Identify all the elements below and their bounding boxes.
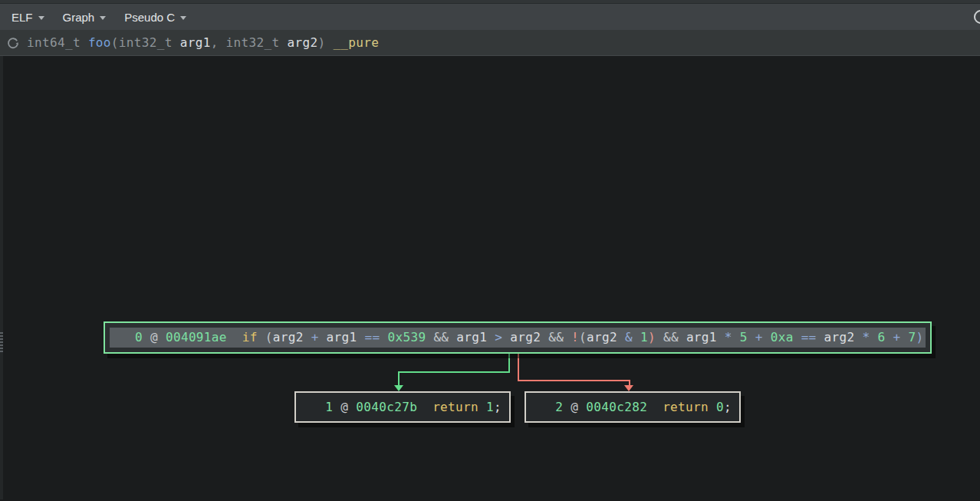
basic-block-2-return-0[interactable]: 2 @ 0040c282 return 0;	[525, 391, 741, 423]
menu-view-layout[interactable]: Graph	[59, 4, 110, 30]
code-token: (	[265, 330, 273, 344]
code-token: 5	[740, 330, 748, 344]
code-token: &&	[426, 330, 456, 344]
code-token: +	[885, 330, 908, 344]
code-token: arg1	[327, 330, 357, 344]
menu-file-format[interactable]: ELF	[8, 4, 48, 30]
chevron-down-icon	[38, 16, 44, 20]
code-token: if	[242, 330, 265, 344]
code-token: return	[663, 400, 716, 414]
code-token: ;	[724, 400, 732, 414]
code-token: ;	[494, 400, 502, 414]
code-token: arg2	[273, 330, 304, 344]
code-token: int32_t	[119, 35, 180, 50]
reanalyze-icon[interactable]	[6, 36, 20, 50]
code-token: 0	[716, 400, 724, 414]
menu-view-layout-label: Graph	[63, 11, 95, 24]
chevron-down-icon	[100, 16, 106, 20]
basic-block-1-return-1[interactable]: 1 @ 0040c27b return 1;	[294, 391, 511, 423]
menu-file-format-label: ELF	[12, 11, 33, 24]
code-token: +	[748, 330, 771, 344]
search-icon[interactable]	[974, 10, 980, 24]
code-token: ==	[794, 330, 824, 344]
edge-true-segment	[398, 371, 510, 373]
selected-code-line[interactable]: 0 @ 004091ae if (arg2 + arg1 == 0x539 &&…	[110, 328, 926, 348]
code-token: 7	[908, 330, 916, 344]
code-line[interactable]: 1 @ 0040c27b return 1;	[296, 393, 509, 421]
code-token: return	[432, 400, 486, 414]
code-token: 0040c282	[586, 400, 647, 414]
menu-il-level-label: Pseudo C	[124, 11, 175, 24]
splitter-grip-icon	[0, 332, 3, 354]
code-token: 2	[555, 400, 563, 414]
code-token: int64_t	[27, 35, 88, 50]
code-token: )	[916, 330, 923, 344]
code-token: +	[304, 330, 327, 344]
code-token: 0xa	[771, 330, 794, 344]
edge-true-segment	[508, 354, 510, 373]
code-token: 1	[325, 400, 333, 414]
code-token: ==	[357, 330, 388, 344]
function-signature-bar: int64_t foo(int32_t arg1, int32_t arg2) …	[0, 30, 980, 56]
code-token	[227, 330, 242, 344]
code-token: 1	[486, 400, 494, 414]
code-token: 0040c27b	[356, 400, 417, 414]
code-token: (	[111, 35, 119, 50]
code-token: *	[855, 330, 878, 344]
edge-false-arrowhead-icon	[624, 385, 633, 391]
code-token: ,	[211, 35, 226, 50]
code-token: 6	[877, 330, 885, 344]
code-token: 1	[640, 330, 648, 344]
binary-ninja-window: ELF Graph Pseudo C int64_t foo(int32_t a…	[0, 0, 980, 501]
code-line[interactable]: 2 @ 0040c282 return 0;	[526, 393, 739, 421]
code-token: !	[571, 330, 579, 344]
code-token: @	[333, 400, 356, 414]
code-token: *	[717, 330, 740, 344]
code-token: arg1	[180, 35, 211, 50]
code-token: &	[617, 330, 640, 344]
code-token: arg1	[686, 330, 717, 344]
chevron-down-icon	[180, 16, 186, 20]
menu-il-level[interactable]: Pseudo C	[120, 4, 190, 30]
code-token	[417, 400, 432, 414]
edge-true-arrowhead-icon	[394, 385, 403, 391]
code-token: arg2	[824, 330, 855, 344]
code-token: 0	[135, 330, 143, 344]
code-token: foo	[88, 35, 111, 50]
code-token: arg2	[587, 330, 617, 344]
code-token: arg1	[456, 330, 487, 344]
basic-block-0-condition[interactable]: 0 @ 004091ae if (arg2 + arg1 == 0x539 &&…	[104, 321, 932, 354]
function-signature: int64_t foo(int32_t arg1, int32_t arg2) …	[27, 35, 379, 50]
code-token: 004091ae	[166, 330, 227, 344]
edge-false-segment	[518, 354, 519, 381]
code-token: (	[579, 330, 587, 344]
code-token: arg2	[510, 330, 541, 344]
sidebar-splitter[interactable]	[0, 56, 3, 499]
code-token	[647, 400, 663, 414]
code-token: int32_t	[226, 35, 288, 50]
code-token: __pure	[333, 35, 379, 50]
code-token: )	[317, 35, 333, 50]
code-token: @	[143, 330, 166, 344]
code-token: &&	[656, 330, 686, 344]
code-token: >	[487, 330, 510, 344]
code-token: @	[563, 400, 586, 414]
view-menubar: ELF Graph Pseudo C	[0, 4, 980, 30]
code-token: &&	[541, 330, 571, 344]
code-token: arg2	[287, 35, 317, 50]
flow-graph-canvas[interactable]: 0 @ 004091ae if (arg2 + arg1 == 0x539 &&…	[0, 56, 980, 499]
edge-false-segment	[518, 380, 630, 381]
code-token: )	[648, 330, 656, 344]
edge-true-segment	[398, 371, 400, 387]
code-token: 0x539	[387, 330, 426, 344]
